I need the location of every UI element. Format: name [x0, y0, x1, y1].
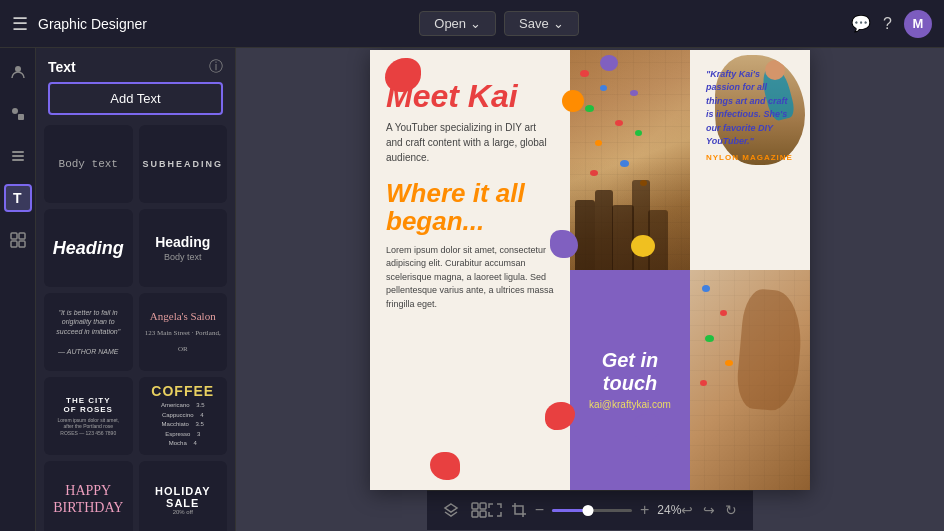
sidebar-item-person[interactable] [4, 58, 32, 86]
blob-red-tl [385, 58, 421, 92]
blob-purple-top [600, 55, 618, 71]
heading-bold-preview: Heading [53, 238, 124, 259]
zoom-slider[interactable] [552, 509, 632, 512]
text-item-quote[interactable]: "it is better to fail in originality tha… [44, 293, 133, 371]
svg-rect-7 [11, 233, 17, 239]
crop-icon[interactable] [511, 502, 527, 518]
sidebar-item-shapes[interactable] [4, 100, 32, 128]
get-in-touch: Get in touch [580, 349, 680, 395]
kai-email: kai@kraftykai.com [589, 399, 671, 410]
svg-rect-12 [472, 503, 478, 509]
hold-6 [630, 90, 638, 96]
redo-button[interactable]: ↪ [703, 502, 715, 518]
quote-source: NYLON MAGAZINE [706, 153, 794, 162]
subheading-preview: SUBHEADING [143, 159, 224, 169]
hold-r2 [720, 310, 727, 316]
hold-r1 [702, 285, 710, 292]
svg-rect-2 [18, 114, 24, 120]
menu-icon[interactable]: ☰ [12, 13, 28, 35]
sidebar-item-layers[interactable] [4, 142, 32, 170]
hold-r3 [705, 335, 714, 342]
quote-text: "Krafty Kai's passion for all things art… [706, 68, 794, 149]
quote-box: "Krafty Kai's passion for all things art… [698, 60, 802, 170]
blob-orange-ml [562, 90, 584, 112]
person-1 [575, 200, 595, 270]
canvas-mid-bot: Get in touch kai@kraftykai.com [570, 270, 690, 490]
svg-marker-11 [445, 504, 457, 512]
panel-title: Text [48, 59, 76, 75]
canvas-area: Meet Kai A YouTuber specializing in DIY … [236, 48, 944, 531]
forward-button[interactable]: ↻ [725, 502, 737, 518]
text-item-city[interactable]: THE CITYOF ROSES Lorem ipsum dolor sit a… [44, 377, 133, 455]
text-item-birthday[interactable]: HAPPYBIRTHDAY [44, 461, 133, 531]
save-button[interactable]: Save ⌄ [504, 11, 579, 36]
person-2 [595, 190, 613, 270]
icon-sidebar: T [0, 48, 36, 531]
heading-combo-preview: Heading Body text [155, 234, 210, 262]
svg-rect-13 [480, 503, 486, 509]
text-item-heading-combo[interactable]: Heading Body text [139, 209, 228, 287]
panel-info-icon[interactable]: ⓘ [209, 58, 223, 76]
hold-1 [580, 70, 589, 77]
zoom-in-button[interactable]: + [640, 501, 649, 519]
person-3 [612, 205, 634, 270]
avatar[interactable]: M [904, 10, 932, 38]
lorem-text: Lorem ipsum dolor sit amet, consectetur … [386, 244, 554, 312]
text-panel: Text ⓘ Add Text Body text SUBHEADING Hea… [36, 48, 236, 531]
topbar-right: 💬 ? M [851, 10, 932, 38]
svg-rect-3 [12, 151, 24, 153]
hold-5 [595, 140, 602, 146]
where-it-heading: Where it all began... [386, 179, 554, 236]
undo-button[interactable]: ↩ [681, 502, 693, 518]
layers-toggle-icon[interactable] [443, 502, 459, 518]
canvas-left: Meet Kai A YouTuber specializing in DIY … [370, 50, 570, 490]
hold-4 [615, 120, 623, 126]
text-item-subheading[interactable]: SUBHEADING [139, 125, 228, 203]
hold-7 [635, 130, 642, 136]
sidebar-item-grid[interactable] [4, 226, 32, 254]
canvas-mid-top [570, 50, 690, 270]
salon-preview: Angela's Salon123 Main Street · Portland… [145, 309, 222, 355]
topbar-left: ☰ Graphic Designer [12, 13, 147, 35]
expand-icon[interactable] [487, 502, 503, 518]
add-text-button[interactable]: Add Text [48, 82, 223, 115]
bottom-left [443, 502, 487, 518]
zoom-out-button[interactable]: − [535, 501, 544, 519]
svg-text:T: T [13, 190, 22, 206]
coffee-preview: COFFEE Americano 3.5Cappuccino 4Macchiat… [151, 383, 214, 449]
svg-rect-15 [480, 511, 486, 517]
svg-rect-5 [12, 159, 24, 161]
hold-3 [585, 105, 594, 112]
chat-icon[interactable]: 💬 [851, 14, 871, 33]
grid-toggle-icon[interactable] [471, 502, 487, 518]
blob-purple-br [632, 414, 660, 440]
text-item-salon[interactable]: Angela's Salon123 Main Street · Portland… [139, 293, 228, 371]
text-item-holiday[interactable]: HOLIDAYSALE 20% off [139, 461, 228, 531]
zoom-thumb [582, 505, 593, 516]
topbar: ☰ Graphic Designer Open ⌄ Save ⌄ 💬 ? M [0, 0, 944, 48]
text-item-heading-bold[interactable]: Heading [44, 209, 133, 287]
quote-preview: "it is better to fail in originality tha… [50, 308, 127, 357]
app-title: Graphic Designer [38, 16, 147, 32]
topbar-center: Open ⌄ Save ⌄ [147, 11, 851, 36]
svg-point-1 [12, 108, 18, 114]
text-item-body[interactable]: Body text [44, 125, 133, 203]
climbing-bg [570, 50, 690, 270]
body-text-preview: Body text [59, 158, 118, 170]
city-preview: THE CITYOF ROSES Lorem ipsum dolor sit a… [57, 396, 119, 437]
hold-r4 [725, 360, 733, 366]
holiday-preview: HOLIDAYSALE 20% off [155, 485, 211, 515]
bottom-center: − + 24% [487, 501, 682, 519]
blob-red-bot [430, 452, 460, 480]
canvas[interactable]: Meet Kai A YouTuber specializing in DIY … [370, 50, 810, 490]
bottom-bar: − + 24% ↩ ↪ ↻ [427, 490, 754, 530]
hold-2 [600, 85, 607, 91]
help-icon[interactable]: ? [883, 15, 892, 33]
svg-rect-4 [12, 155, 24, 157]
meet-kai-desc: A YouTuber specializing in DIY art and c… [386, 120, 554, 165]
sidebar-item-text[interactable]: T [4, 184, 32, 212]
svg-rect-14 [472, 511, 478, 517]
text-item-coffee[interactable]: COFFEE Americano 3.5Cappuccino 4Macchiat… [139, 377, 228, 455]
open-button[interactable]: Open ⌄ [419, 11, 496, 36]
canvas-right-bot [690, 270, 810, 490]
